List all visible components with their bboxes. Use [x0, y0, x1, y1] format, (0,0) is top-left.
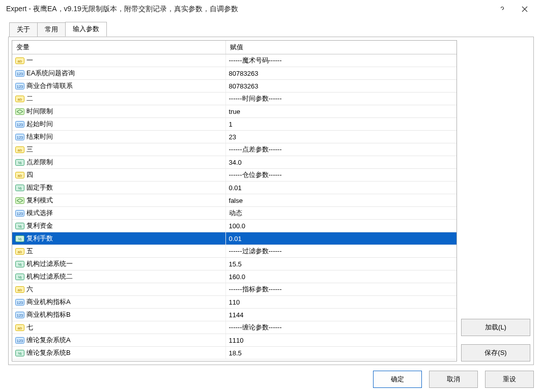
ab-type-icon: [15, 171, 24, 179]
param-value-cell[interactable]: true: [225, 105, 457, 118]
param-name-cell[interactable]: 模式选择: [12, 207, 225, 220]
param-value-cell[interactable]: 80783263: [225, 67, 457, 80]
param-name-label: 机构过滤系统二: [26, 272, 73, 281]
param-name-label: 固定手数: [26, 183, 53, 192]
param-name-cell[interactable]: 六: [12, 283, 225, 296]
tab-about[interactable]: 关于: [9, 22, 38, 37]
close-button[interactable]: [514, 0, 536, 18]
help-button[interactable]: [491, 0, 514, 18]
param-name-cell[interactable]: 二: [12, 93, 225, 105]
param-value-cell[interactable]: 1: [225, 118, 457, 131]
ab-type-icon: [15, 56, 24, 65]
frac-type-icon: [15, 260, 24, 268]
column-header-variable[interactable]: 变量: [12, 41, 225, 54]
table-row[interactable]: 缠论复杂系统A1110: [12, 334, 457, 347]
param-name-cell[interactable]: 固定手数: [12, 182, 225, 194]
table-row[interactable]: 四------仓位参数------: [12, 169, 457, 182]
table-row[interactable]: 缠论复杂系统B18.5: [12, 347, 457, 359]
param-name-cell[interactable]: 七: [12, 321, 225, 334]
frac-type-icon: [15, 184, 24, 192]
param-value-cell[interactable]: ------魔术号码------: [225, 54, 457, 67]
param-value-cell[interactable]: 100.0: [225, 220, 457, 232]
ab-type-icon: [15, 247, 24, 255]
table-row[interactable]: 商业机构指标B1144: [12, 309, 457, 321]
param-value-cell[interactable]: false: [225, 194, 457, 207]
param-name-cell[interactable]: 缠论复杂系统A: [12, 334, 225, 347]
table-row[interactable]: 机构过滤系统二160.0: [12, 270, 457, 283]
table-row[interactable]: EA系统问题咨询80783263: [12, 67, 457, 80]
param-value-cell[interactable]: 34.0: [225, 156, 457, 169]
param-value-cell[interactable]: ------仓位参数------: [225, 169, 457, 182]
param-name-cell[interactable]: 起始时间: [12, 118, 225, 131]
param-value-cell[interactable]: 23: [225, 131, 457, 143]
param-name-cell[interactable]: EA系统问题咨询: [12, 67, 225, 80]
param-value-cell[interactable]: 动态: [225, 207, 457, 220]
param-name-cell[interactable]: 五: [12, 245, 225, 258]
tab-inputs[interactable]: 输入参数: [65, 22, 107, 37]
param-name-cell[interactable]: 一: [12, 54, 225, 67]
param-name-cell[interactable]: 缠论复杂系统B: [12, 347, 225, 359]
param-name-cell[interactable]: 三: [12, 143, 225, 156]
save-button[interactable]: 保存(S): [461, 344, 530, 361]
table-row[interactable]: 三------点差参数------: [12, 143, 457, 156]
table-row[interactable]: 商业合作请联系80783263: [12, 80, 457, 93]
table-row[interactable]: 二------时间参数------: [12, 93, 457, 105]
params-table-scroll[interactable]: 变量 赋值 一------魔术号码------EA系统问题咨询80783263商…: [12, 41, 457, 361]
column-header-value[interactable]: 赋值: [225, 41, 457, 54]
frac-type-icon: [15, 222, 24, 230]
window-title: Expert - 夜鹰EA，v9.19无限制版本，附带交割记录，真实参数，自调参…: [6, 5, 491, 14]
param-name-cell[interactable]: 复利模式: [12, 194, 225, 207]
param-name-cell[interactable]: 结束时间: [12, 131, 225, 143]
table-row[interactable]: 机构过滤系统一15.5: [12, 258, 457, 270]
param-name-label: 复利模式: [26, 196, 53, 205]
tab-panel: 变量 赋值 一------魔术号码------EA系统问题咨询80783263商…: [8, 37, 534, 365]
table-row[interactable]: 复利手数0.01: [12, 232, 457, 245]
param-value-cell[interactable]: ------点差参数------: [225, 143, 457, 156]
param-name-cell[interactable]: 机构过滤系统二: [12, 270, 225, 283]
param-value-cell[interactable]: ------缠论参数------: [225, 321, 457, 334]
table-row[interactable]: 结束时间23: [12, 131, 457, 143]
param-name-cell[interactable]: 复利资金: [12, 220, 225, 232]
table-row[interactable]: 一------魔术号码------: [12, 54, 457, 67]
table-row[interactable]: 模式选择动态: [12, 207, 457, 220]
table-row[interactable]: 时间限制true: [12, 105, 457, 118]
param-value-cell[interactable]: 80783263: [225, 80, 457, 93]
table-row[interactable]: 商业机构指标A110: [12, 296, 457, 309]
param-name-cell[interactable]: 商业机构指标B: [12, 309, 225, 321]
ok-button[interactable]: 确定: [373, 371, 422, 388]
param-value-cell[interactable]: ------指标参数------: [225, 283, 457, 296]
param-name-cell[interactable]: 复利手数: [12, 232, 225, 245]
param-name-label: 二: [26, 94, 33, 103]
table-row[interactable]: 起始时间1: [12, 118, 457, 131]
param-name-cell[interactable]: 时间限制: [12, 105, 225, 118]
tab-common[interactable]: 常用: [37, 22, 66, 37]
cancel-button[interactable]: 取消: [429, 371, 478, 388]
param-value-cell[interactable]: 1110: [225, 334, 457, 347]
param-value-cell[interactable]: 1144: [225, 309, 457, 321]
param-value-cell[interactable]: 160.0: [225, 270, 457, 283]
table-row[interactable]: 点差限制34.0: [12, 156, 457, 169]
param-name-cell[interactable]: 商业机构指标A: [12, 296, 225, 309]
table-row[interactable]: 固定手数0.01: [12, 182, 457, 194]
table-row[interactable]: 五------过滤参数------: [12, 245, 457, 258]
param-value-cell[interactable]: 110: [225, 296, 457, 309]
param-name-cell[interactable]: 四: [12, 169, 225, 182]
frac-type-icon: [15, 158, 24, 166]
table-row[interactable]: 七------缠论参数------: [12, 321, 457, 334]
load-button[interactable]: 加载(L): [461, 319, 530, 336]
param-value-cell[interactable]: 0.01: [225, 232, 457, 245]
reset-button[interactable]: 重设: [485, 371, 534, 388]
i123-type-icon: [15, 69, 24, 77]
param-value-cell[interactable]: ------时间参数------: [225, 93, 457, 105]
table-row[interactable]: 复利资金100.0: [12, 220, 457, 232]
param-value-cell[interactable]: 18.5: [225, 347, 457, 359]
param-value-cell[interactable]: 0.01: [225, 182, 457, 194]
table-row[interactable]: 复利模式false: [12, 194, 457, 207]
param-name-cell[interactable]: 机构过滤系统一: [12, 258, 225, 270]
table-row[interactable]: 六------指标参数------: [12, 283, 457, 296]
param-value-cell[interactable]: ------过滤参数------: [225, 245, 457, 258]
frac-type-icon: [15, 234, 24, 243]
param-name-cell[interactable]: 点差限制: [12, 156, 225, 169]
param-value-cell[interactable]: 15.5: [225, 258, 457, 270]
param-name-cell[interactable]: 商业合作请联系: [12, 80, 225, 93]
